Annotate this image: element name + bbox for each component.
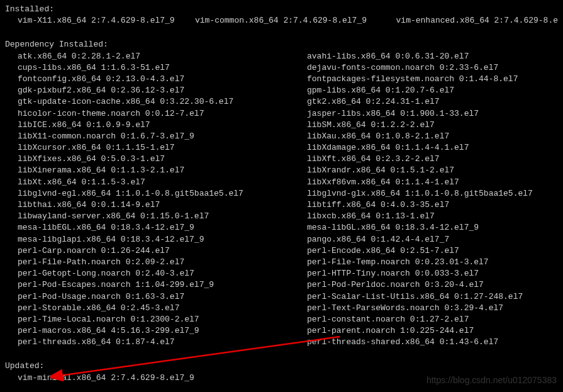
pkg-item: dejavu-fonts-common.noarch 0:2.33-6.el7 — [307, 62, 563, 74]
pkg-item: libwayland-server.x86_64 0:1.15.0-1.el7 — [18, 211, 307, 222]
pkg-item: libXxf86vm.x86_64 0:1.1.4-1.el7 — [307, 177, 563, 188]
pkg-item: libXrandr.x86_64 0:1.5.1-2.el7 — [307, 165, 563, 176]
pkg-item: perl-macros.x86_64 4:5.16.3-299.el7_9 — [18, 325, 307, 337]
pkg-item: avahi-libs.x86_64 0:0.6.31-20.el7 — [307, 51, 563, 62]
pkg-item: gtk-update-icon-cache.x86_64 0:3.22.30-6… — [18, 96, 307, 108]
pkg-item: perl-constant.noarch 0:1.27-2.el7 — [307, 314, 563, 325]
pkg-item: perl-threads.x86_64 0:1.87-4.el7 — [18, 337, 307, 348]
installed-row: vim-X11.x86_64 2:7.4.629-8.el7_9 vim-com… — [5, 15, 558, 26]
pkg-item: perl-Time-Local.noarch 0:1.2300-2.el7 — [18, 314, 307, 325]
pkg-item: gdk-pixbuf2.x86_64 0:2.36.12-3.el7 — [18, 85, 307, 96]
pkg-item: libXft.x86_64 0:2.3.2-2.el7 — [307, 154, 563, 165]
pkg-item: perl-Text-ParseWords.noarch 0:3.29-4.el7 — [307, 303, 563, 314]
watermark-text: https://blog.csdn.net/u012075383 — [426, 374, 557, 387]
pkg-item: gtk2.x86_64 0:2.24.31-1.el7 — [307, 96, 563, 108]
pkg-item: libtiff.x86_64 0:4.0.3-35.el7 — [307, 199, 563, 211]
pkg-item: perl-HTTP-Tiny.noarch 0:0.033-3.el7 — [307, 268, 563, 279]
pkg-item: libthai.x86_64 0:0.1.14-9.el7 — [18, 199, 307, 211]
dep-installed-list: atk.x86_64 0:2.28.1-2.el7 cups-libs.x86_… — [5, 51, 558, 349]
pkg-item: libXdamage.x86_64 0:1.1.4-4.1.el7 — [307, 142, 563, 154]
pkg-item: perl-Encode.x86_64 0:2.51-7.el7 — [307, 245, 563, 257]
pkg-item: libXfixes.x86_64 0:5.0.3-1.el7 — [18, 154, 307, 165]
pkg-item: vim-common.x86_64 2:7.4.629-8.el7_9 — [195, 15, 396, 26]
dep-col-right: avahi-libs.x86_64 0:0.6.31-20.el7 dejavu… — [307, 51, 563, 349]
pkg-item: libXcursor.x86_64 0:1.1.15-1.el7 — [18, 142, 307, 154]
pkg-item: libglvnd-egl.x86_64 1:1.0.1-0.8.git5baa1… — [18, 188, 307, 199]
pkg-item: libSM.x86_64 0:1.2.2-2.el7 — [307, 120, 563, 131]
pkg-item: perl-Scalar-List-Utils.x86_64 0:1.27-248… — [307, 291, 563, 303]
pkg-item: atk.x86_64 0:2.28.1-2.el7 — [18, 51, 307, 62]
pkg-item: mesa-libGL.x86_64 0:18.3.4-12.el7_9 — [307, 222, 563, 233]
pkg-item: libX11-common.noarch 0:1.6.7-3.el7_9 — [18, 131, 307, 142]
pkg-item: perl-Pod-Escapes.noarch 1:1.04-299.el7_9 — [18, 279, 307, 291]
pkg-item: fontconfig.x86_64 0:2.13.0-4.3.el7 — [18, 74, 307, 85]
pkg-item: libglvnd-glx.x86_64 1:1.0.1-0.8.git5baa1… — [307, 188, 563, 199]
pkg-item: gpm-libs.x86_64 0:1.20.7-6.el7 — [307, 85, 563, 96]
pkg-item: perl-File-Temp.noarch 0:0.23.01-3.el7 — [307, 257, 563, 268]
pkg-item: vim-enhanced.x86_64 2:7.4.629-8.e — [396, 15, 558, 26]
pkg-item: perl-parent.noarch 1:0.225-244.el7 — [307, 325, 563, 337]
pkg-item: libICE.x86_64 0:1.0.9-9.el7 — [18, 120, 307, 131]
pkg-item: libXt.x86_64 0:1.1.5-3.el7 — [18, 177, 307, 188]
pkg-item: perl-Carp.noarch 0:1.26-244.el7 — [18, 245, 307, 257]
pkg-item: perl-File-Path.noarch 0:2.09-2.el7 — [18, 257, 307, 268]
dep-installed-header: Dependency Installed: — [5, 39, 558, 50]
pkg-item: vim-X11.x86_64 2:7.4.629-8.el7_9 — [18, 15, 195, 26]
pkg-item: perl-Getopt-Long.noarch 0:2.40-3.el7 — [18, 268, 307, 279]
pkg-item: libXau.x86_64 0:1.0.8-2.1.el7 — [307, 131, 563, 142]
pkg-item: libXinerama.x86_64 0:1.1.3-2.1.el7 — [18, 165, 307, 176]
pkg-item: libxcb.x86_64 0:1.13-1.el7 — [307, 211, 563, 222]
pkg-item: cups-libs.x86_64 1:1.6.3-51.el7 — [18, 62, 307, 74]
pkg-item: mesa-libEGL.x86_64 0:18.3.4-12.el7_9 — [18, 222, 307, 233]
pkg-item: mesa-libglapi.x86_64 0:18.3.4-12.el7_9 — [18, 234, 307, 245]
installed-header: Installed: — [5, 4, 558, 15]
dep-col-left: atk.x86_64 0:2.28.1-2.el7 cups-libs.x86_… — [18, 51, 307, 349]
pkg-item: perl-threads-shared.x86_64 0:1.43-6.el7 — [307, 337, 563, 348]
pkg-item: perl-Pod-Perldoc.noarch 0:3.20-4.el7 — [307, 279, 563, 291]
pkg-item: pango.x86_64 0:1.42.4-4.el7_7 — [307, 234, 563, 245]
pkg-item: hicolor-icon-theme.noarch 0:0.12-7.el7 — [18, 108, 307, 120]
pkg-item: perl-Storable.x86_64 0:2.45-3.el7 — [18, 303, 307, 314]
pkg-item: jasper-libs.x86_64 0:1.900.1-33.el7 — [307, 108, 563, 120]
updated-header: Updated: — [5, 361, 558, 372]
pkg-item: perl-Pod-Usage.noarch 0:1.63-3.el7 — [18, 291, 307, 303]
pkg-item: fontpackages-filesystem.noarch 0:1.44-8.… — [307, 74, 563, 85]
